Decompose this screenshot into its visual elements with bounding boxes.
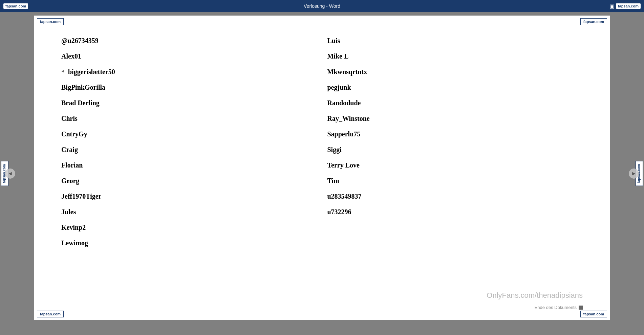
title-bar-watermark-left: fapsan.com: [3, 3, 28, 9]
list-item: Tim: [327, 176, 573, 185]
list-item: BigPinkGorilla: [61, 83, 307, 92]
column-right: LuisMike LMkwnsqrtntxpegjunkRandodudeRay…: [317, 36, 583, 307]
nav-arrow-left[interactable]: ◄: [5, 169, 15, 179]
corner-watermark-top-right: fapsan.com: [580, 18, 607, 25]
nav-arrow-right[interactable]: ►: [629, 169, 639, 179]
list-item: Mkwnsqrtntx: [327, 67, 573, 76]
list-item: Sapperlu75: [327, 129, 573, 139]
window-icon: ▣: [609, 3, 615, 9]
list-item: pegjunk: [327, 83, 573, 92]
list-item: Randodude: [327, 98, 573, 108]
list-item: Georg: [61, 176, 307, 185]
document-footer: Ende des Dokuments: [535, 305, 583, 310]
list-item: Terry Love: [327, 160, 573, 170]
onlyfans-watermark: OnlyFans.com/thenadipsians: [487, 291, 583, 300]
list-item: Chris: [61, 114, 307, 123]
corner-watermark-bottom-right: fapsan.com: [580, 311, 607, 317]
list-item: CntryGy: [61, 129, 307, 139]
title-watermark-left-text: fapsan.com: [3, 3, 28, 9]
list-item: Ray_Winstone: [327, 114, 573, 123]
list-item: Lewimog: [61, 238, 307, 248]
list-item: Siggi: [327, 145, 573, 154]
list-item: biggerisbetter50: [61, 67, 307, 76]
list-item: Alex01: [61, 51, 307, 61]
column-left: @u26734359Alex01biggerisbetter50BigPinkG…: [61, 36, 317, 307]
corner-watermark-top-left: fapsan.com: [37, 18, 64, 25]
corner-watermark-bottom-left: fapsan.com: [37, 311, 64, 317]
list-item: Florian: [61, 160, 307, 170]
list-item: Kevinp2: [61, 223, 307, 232]
document-page: fapsan.com fapsan.com fapsan.com fapsan.…: [34, 16, 610, 320]
columns-container: @u26734359Alex01biggerisbetter50BigPinkG…: [61, 36, 583, 307]
footer-square-icon: [579, 306, 583, 310]
list-item: Jeff1970Tiger: [61, 192, 307, 201]
list-item: u283549837: [327, 192, 573, 201]
title-watermark-right-text: fapsan.com: [616, 3, 641, 9]
title-bar: fapsan.com Verlosung - Word ▣ fapsan.com: [0, 0, 644, 12]
list-item: @u26734359: [61, 36, 307, 45]
document-area: ◄ ► fapsan.com fapsan.com fapsan.com fap…: [0, 12, 644, 335]
list-item: Craig: [61, 145, 307, 154]
list-item: Brad Derling: [61, 98, 307, 108]
list-item: Jules: [61, 207, 307, 217]
title-bar-title: Verlosung - Word: [304, 3, 340, 9]
footer-end-text: Ende des Dokuments: [535, 305, 577, 310]
list-item: u732296: [327, 207, 573, 217]
list-item: Luis: [327, 36, 573, 45]
title-bar-watermark-right: ▣ fapsan.com: [609, 3, 641, 9]
list-item: Mike L: [327, 51, 573, 61]
